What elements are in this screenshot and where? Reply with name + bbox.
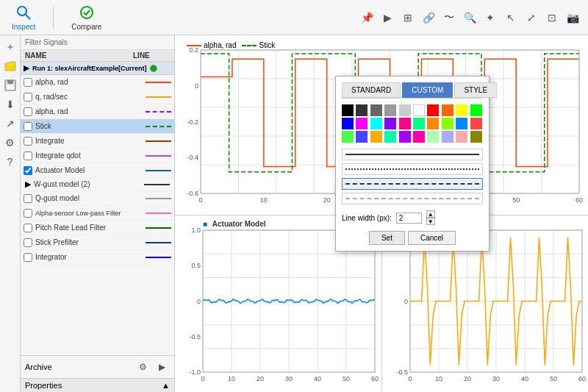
tab-standard[interactable]: STANDARD	[342, 82, 401, 98]
color-swatch[interactable]	[384, 104, 396, 116]
color-picker-popup: STANDARD CUSTOM STYLE	[335, 76, 490, 252]
signal-checkbox-10[interactable]	[24, 224, 32, 232]
color-swatch[interactable]	[427, 118, 439, 129]
spinner-up[interactable]: ▲	[426, 210, 435, 218]
color-swatch[interactable]	[384, 118, 396, 129]
archive-settings-btn[interactable]: ⚙	[135, 359, 151, 375]
inspect-button[interactable]: Inspect	[6, 1, 41, 34]
color-swatch[interactable]	[342, 118, 354, 129]
pin-button[interactable]: 📌	[357, 8, 376, 27]
properties-section[interactable]: Properties ▲	[21, 378, 174, 392]
color-swatch[interactable]	[456, 104, 467, 116]
compare-icon	[78, 4, 96, 21]
play-button[interactable]: ▶	[378, 8, 397, 27]
color-swatch[interactable]	[427, 104, 439, 116]
color-swatch[interactable]	[399, 104, 411, 116]
signal-checkbox-4[interactable]	[24, 137, 32, 146]
signal-row[interactable]: Stick Prefilter	[21, 235, 174, 250]
color-swatch[interactable]	[342, 104, 354, 116]
line-style-dashed[interactable]	[342, 178, 483, 190]
line-style-dotted[interactable]	[342, 163, 483, 175]
help-icon[interactable]: ?	[1, 153, 19, 171]
signal-checkbox-12[interactable]	[24, 253, 32, 262]
color-swatch[interactable]	[470, 118, 482, 129]
folder-icon[interactable]	[1, 57, 19, 75]
signal-row[interactable]: Integrate	[21, 134, 174, 149]
color-swatch[interactable]	[356, 118, 368, 129]
color-swatch[interactable]	[470, 131, 482, 143]
grid-button[interactable]: ⊞	[398, 8, 417, 27]
color-swatch[interactable]	[399, 131, 411, 143]
signal-row[interactable]: Q-gust model	[21, 191, 174, 206]
signal-checkbox-9[interactable]	[24, 209, 32, 218]
color-swatch[interactable]	[427, 131, 439, 143]
color-swatch[interactable]	[456, 131, 467, 143]
archive-expand-btn[interactable]: ▶	[154, 359, 170, 375]
add-signal-icon[interactable]: ＋	[1, 38, 19, 56]
signal-row[interactable]: alpha, rad	[21, 104, 174, 119]
color-swatch[interactable]	[413, 131, 425, 143]
tab-custom[interactable]: CUSTOM	[402, 82, 453, 98]
camera-button[interactable]: 📷	[563, 8, 582, 27]
signal-checkbox-11[interactable]	[24, 238, 32, 247]
color-swatch[interactable]	[470, 104, 482, 116]
color-swatch[interactable]	[413, 104, 425, 116]
color-swatch[interactable]	[370, 118, 382, 129]
color-swatch[interactable]	[456, 118, 467, 129]
curve-button[interactable]: 〜	[440, 8, 459, 27]
cancel-button[interactable]: Cancel	[408, 231, 456, 245]
legend-item-alpha: alpha, rad	[187, 41, 236, 49]
signal-row[interactable]: alpha, rad	[21, 75, 174, 90]
signal-row[interactable]: q, rad/sec	[21, 90, 174, 104]
signal-row-stick[interactable]: Stick	[21, 119, 174, 134]
signal-checkbox-3[interactable]	[24, 122, 32, 131]
color-swatch[interactable]	[356, 131, 368, 143]
color-swatch[interactable]	[442, 118, 453, 129]
settings-icon[interactable]: ⚙	[1, 134, 19, 152]
set-button[interactable]: Set	[369, 231, 405, 245]
signal-row[interactable]: Pitch Rate Lead Filter	[21, 221, 174, 235]
signal-checkbox-0[interactable]	[24, 78, 32, 87]
expand-button[interactable]: ⤢	[522, 8, 541, 27]
color-swatch[interactable]	[370, 131, 382, 143]
signal-row[interactable]: Alpha-sensor Low-pass Filter	[21, 206, 174, 221]
link-button[interactable]: 🔗	[419, 8, 438, 27]
select-button[interactable]: ✦	[481, 8, 500, 27]
spinner-buttons: ▲ ▼	[426, 210, 435, 225]
color-swatch[interactable]	[384, 131, 396, 143]
signal-checkbox-1[interactable]	[24, 93, 32, 101]
line-preview-1	[146, 96, 171, 98]
signal-checkbox-8[interactable]	[24, 194, 32, 203]
tab-style[interactable]: STYLE	[454, 82, 497, 98]
run-header[interactable]: ▶ Run 1: slexAircraftExample[Current]	[21, 62, 174, 75]
signal-row[interactable]: Integrate qdot	[21, 149, 174, 163]
color-swatch[interactable]	[413, 118, 425, 129]
signal-checkbox-2[interactable]	[24, 107, 32, 116]
line-width-input[interactable]	[396, 213, 422, 224]
spinner-down[interactable]: ▼	[426, 218, 435, 225]
group-expand-icon: ▶	[25, 179, 31, 189]
group-row-wgust[interactable]: ▶ W-gust model (2)	[21, 178, 174, 191]
download-icon[interactable]: ⬇	[1, 96, 19, 113]
line-style-dashdot[interactable]	[342, 193, 483, 204]
main-content: ＋ ⬇ ↗ ⚙ ? Filter Signals	[0, 35, 588, 392]
line-style-solid[interactable]	[342, 149, 483, 160]
fit-button[interactable]: ⊡	[542, 8, 562, 27]
color-swatch[interactable]	[442, 131, 453, 143]
signal-checkbox-6[interactable]	[24, 166, 32, 175]
color-swatch[interactable]	[442, 104, 453, 116]
line-preview-4	[146, 140, 171, 142]
run-color-dot	[150, 65, 157, 72]
export-icon[interactable]: ↗	[1, 115, 19, 132]
signal-row[interactable]: Actuator Model	[21, 163, 174, 178]
save-icon[interactable]	[1, 76, 19, 94]
cursor-button[interactable]: ↖	[501, 8, 520, 27]
signal-row[interactable]: Integrator	[21, 250, 174, 265]
color-swatch[interactable]	[399, 118, 411, 129]
signal-checkbox-5[interactable]	[24, 152, 32, 160]
color-swatch[interactable]	[370, 104, 382, 116]
zoom-button[interactable]: 🔍	[460, 8, 479, 27]
color-swatch[interactable]	[342, 131, 354, 143]
color-swatch[interactable]	[356, 104, 368, 116]
compare-button[interactable]: Compare	[65, 1, 107, 34]
